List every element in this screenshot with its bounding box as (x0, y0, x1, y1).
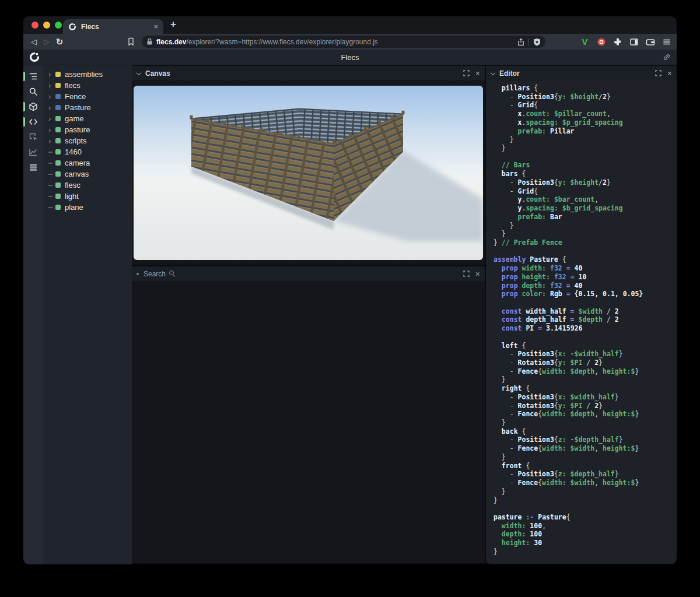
tree-item-Fence[interactable]: ›Fence (43, 91, 132, 102)
code-line: - Fence{width: $depth, height:$} (494, 410, 677, 419)
code-line: prefab: Pillar (494, 127, 677, 136)
close-panel-icon[interactable]: × (667, 69, 672, 78)
entity-kind-square (55, 94, 61, 99)
forward-button[interactable]: ▷ (40, 37, 53, 46)
url-bar[interactable]: flecs.dev/explorer/?wasm=https://www.fle… (142, 36, 545, 48)
search-panel-header: Search × (132, 266, 485, 281)
expand-arrow-icon[interactable]: › (48, 82, 55, 89)
fullscreen-icon[interactable] (463, 271, 470, 277)
active-indicator (23, 117, 25, 127)
tree-item-game[interactable]: ›game (43, 113, 132, 124)
tree-item-label: flecs (65, 81, 80, 90)
tree-item-scripts[interactable]: ›scripts (43, 135, 132, 146)
code-line: } (494, 135, 677, 144)
browser-tab[interactable]: Flecs × (63, 19, 163, 34)
code-icon (29, 117, 38, 127)
tab-bar: Flecs × + (23, 16, 677, 34)
minimize-window-button[interactable] (43, 22, 50, 29)
rail-item-search[interactable] (23, 84, 43, 99)
editor-panel-title: Editor (499, 69, 520, 78)
tree-item-flecs[interactable]: ›flecs (43, 80, 132, 91)
expand-arrow-icon[interactable]: › (48, 115, 55, 122)
expand-arrow-icon[interactable]: › (48, 93, 55, 100)
sidebar-icon[interactable] (628, 36, 639, 47)
collapse-dot-icon[interactable] (136, 273, 139, 275)
rail-item-code[interactable] (23, 114, 43, 129)
tree-item-1460[interactable]: 1460 (43, 146, 132, 157)
code-line: prop color: Rgb = {0.15, 0.1, 0.05} (494, 290, 677, 298)
url-text: flecs.dev/explorer/?wasm=https://www.fle… (156, 38, 378, 46)
tree-item-Pasture[interactable]: ›Pasture (43, 102, 132, 113)
tree-item-camera[interactable]: camera (43, 157, 132, 168)
rail-item-inspector[interactable] (23, 129, 43, 145)
code-line: width: 100, (494, 522, 677, 531)
code-line: prop height: f32 = 10 (494, 273, 677, 282)
code-line: depth: 100 (494, 530, 677, 539)
rail-item-chart[interactable] (23, 145, 43, 160)
code-line: - Grid{ (494, 101, 677, 110)
maximize-window-button[interactable] (55, 22, 62, 29)
close-panel-icon[interactable]: × (475, 69, 480, 78)
chevron-down-icon[interactable] (136, 71, 141, 76)
code-line: - Fence{width: $width, height:$} (494, 444, 677, 453)
canvas-3d-viewport[interactable] (134, 86, 483, 260)
editor-panel: Editor × pillars { - Position3{y: $heigh… (486, 66, 677, 564)
tree-item-light[interactable]: light (43, 191, 132, 202)
bookmark-icon[interactable] (127, 37, 135, 46)
fullscreen-icon[interactable] (463, 70, 470, 76)
entity-kind-square (55, 116, 61, 121)
lock-icon (146, 38, 153, 45)
editor-code[interactable]: pillars { - Position3{y: $height/2} - Gr… (486, 80, 677, 564)
icon-rail (23, 65, 43, 564)
expand-arrow-icon[interactable]: › (48, 104, 55, 111)
app-header: Flecs (23, 50, 677, 65)
permalink-icon[interactable] (663, 53, 671, 61)
code-line: } (494, 144, 677, 153)
expand-arrow-icon[interactable]: › (48, 127, 55, 134)
tree-item-label: game (65, 114, 84, 123)
back-button[interactable]: ◁ (27, 37, 40, 46)
chevron-down-icon[interactable] (491, 71, 495, 76)
canvas-panel: Canvas × (132, 66, 485, 265)
tree-item-flesc[interactable]: flesc (43, 180, 132, 191)
code-line: pillars { (494, 84, 677, 93)
share-icon[interactable] (517, 38, 524, 46)
entity-kind-square (55, 72, 61, 77)
close-window-button[interactable] (32, 22, 38, 29)
code-line: y.spacing: $b_grid_spacing (494, 204, 677, 213)
code-line: height: 30 (494, 539, 677, 547)
search-input-placeholder[interactable]: Search (144, 270, 166, 278)
code-line: - Rotation3{y: $PI / 2} (494, 359, 677, 367)
close-panel-icon[interactable]: × (475, 270, 480, 278)
expand-arrow-icon[interactable]: › (48, 71, 55, 78)
tab-close-icon[interactable]: × (153, 23, 158, 30)
puzzle-extensions-icon[interactable] (612, 36, 623, 47)
explorer-content: ›assemblies›flecs›Fence›Pasture›game›pas… (23, 65, 677, 564)
expand-arrow-icon[interactable]: › (48, 138, 55, 145)
code-line: prefab: Bar (494, 213, 677, 222)
brave-shield-icon[interactable] (533, 38, 541, 46)
tree-item-canvas[interactable]: canvas (43, 168, 132, 180)
code-line: - Position3{y: $height/2} (494, 178, 677, 187)
tree-item-pasture[interactable]: ›pasture (43, 124, 132, 135)
rail-item-cube[interactable] (23, 99, 43, 114)
rail-item-database[interactable] (23, 160, 43, 175)
menu-icon[interactable] (661, 36, 672, 47)
tree-item-label: 1460 (65, 148, 82, 156)
code-line (494, 333, 677, 342)
tree-item-assemblies[interactable]: ›assemblies (43, 69, 132, 80)
search-icon (169, 271, 176, 277)
vue-devtools-icon[interactable]: V (579, 36, 590, 47)
tree-item-label: scripts (65, 136, 87, 145)
fullscreen-icon[interactable] (655, 70, 662, 76)
wallet-icon[interactable] (645, 36, 656, 47)
new-tab-button[interactable]: + (170, 19, 176, 30)
reload-button[interactable]: ↻ (53, 37, 66, 47)
red-extension-icon[interactable] (596, 36, 607, 47)
code-line: assembly Pasture { (494, 255, 677, 264)
code-line: } (494, 230, 677, 238)
tree-item-plane[interactable]: plane (43, 202, 132, 213)
editor-panel-header: Editor × (486, 66, 677, 80)
rail-item-entity-tree[interactable] (23, 69, 43, 84)
window-controls (32, 22, 62, 29)
